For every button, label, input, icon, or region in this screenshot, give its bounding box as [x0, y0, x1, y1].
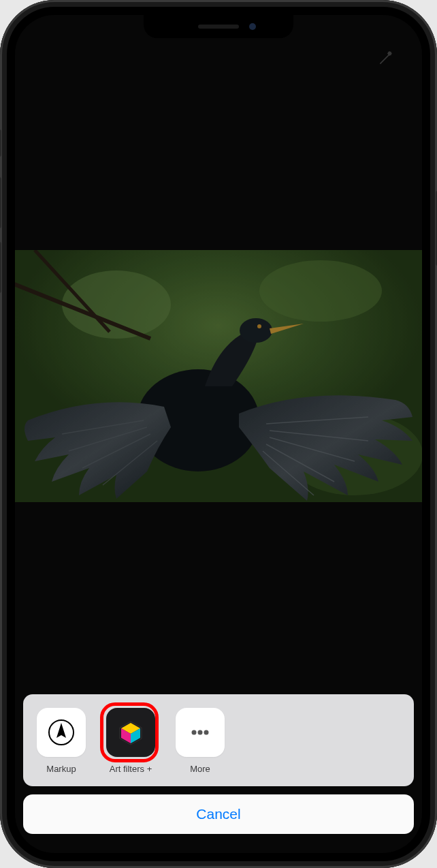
art-filters-label: Art filters +: [110, 764, 152, 774]
device-screen: Markup Art filters +: [15, 15, 422, 853]
art-filters-icon: [106, 708, 155, 757]
front-camera: [249, 23, 256, 30]
svg-point-19: [192, 730, 197, 735]
volume-up-button: [0, 177, 1, 228]
svg-point-21: [204, 730, 209, 735]
mute-switch: [0, 129, 1, 157]
extension-apps-row: Markup Art filters +: [23, 694, 414, 786]
cancel-label: Cancel: [196, 806, 240, 822]
more-icon: [176, 708, 225, 757]
markup-icon: [37, 708, 86, 757]
extension-action-sheet: Markup Art filters +: [23, 694, 414, 834]
cancel-button[interactable]: Cancel: [23, 794, 414, 834]
art-filters-extension[interactable]: Art filters +: [105, 708, 157, 774]
speaker-grille: [198, 25, 239, 29]
photo-edit-screen: Markup Art filters +: [15, 15, 422, 853]
more-extensions[interactable]: More: [174, 708, 226, 774]
markup-extension[interactable]: Markup: [35, 708, 87, 774]
iphone-device-frame: Markup Art filters +: [0, 0, 437, 868]
volume-down-button: [0, 242, 1, 293]
more-label: More: [190, 764, 210, 774]
markup-label: Markup: [46, 764, 76, 774]
device-notch: [144, 15, 293, 38]
svg-point-20: [198, 730, 203, 735]
